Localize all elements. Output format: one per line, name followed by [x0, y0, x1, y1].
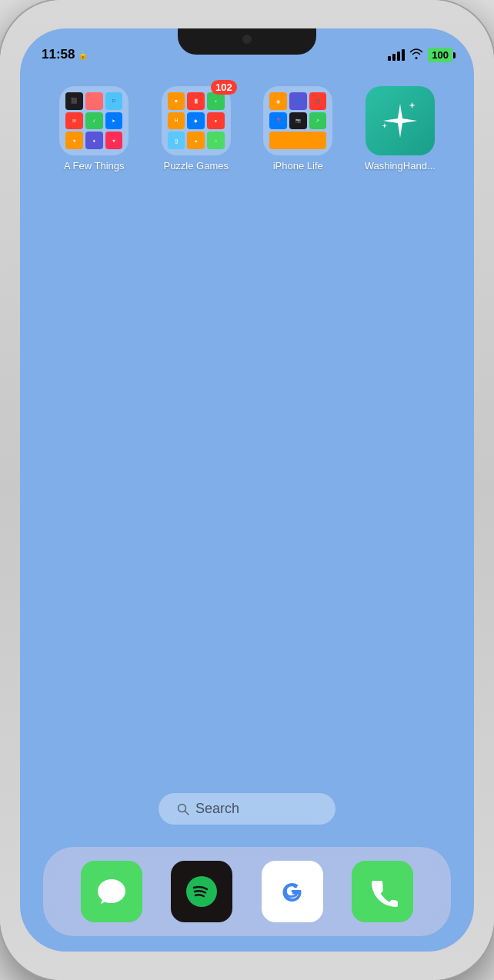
- dock-google[interactable]: G: [262, 861, 323, 922]
- mini-icon: 📍: [269, 112, 287, 130]
- mini-icon: g: [168, 132, 185, 149]
- app-row: ⬛ D ✉ ✓ ➤: [20, 71, 474, 172]
- mini-icon: D: [105, 92, 123, 110]
- mini-icon: ♥: [105, 132, 123, 149]
- folder-icon-puzzle-games[interactable]: ■ ▓ + H ◆: [162, 86, 231, 155]
- search-bar[interactable]: Search: [159, 793, 335, 825]
- folder-icon-iphone-life[interactable]: ◉ 👤 🎵 📍 📷: [263, 86, 332, 155]
- battery-indicator: 100: [428, 48, 452, 62]
- dock-phone[interactable]: [352, 861, 413, 922]
- mini-icon: ↗: [309, 112, 327, 130]
- mini-icon: [85, 92, 103, 110]
- mini-icon: 📷: [289, 112, 307, 130]
- svg-text:G: G: [283, 879, 299, 902]
- mini-icon: 🎵: [309, 92, 327, 110]
- messages-icon: [93, 873, 130, 910]
- search-label: Search: [195, 801, 239, 817]
- dock-messages[interactable]: [81, 861, 142, 922]
- spotify-icon: [183, 873, 220, 910]
- mini-icon: [269, 132, 326, 149]
- signal-bars: [388, 49, 405, 61]
- mini-icon: +: [207, 92, 225, 110]
- app-item-washing-hand[interactable]: WashingHand...: [355, 86, 444, 172]
- mini-icon: ■: [168, 92, 185, 110]
- mini-icon: ◉: [269, 92, 287, 110]
- badge-puzzle-games: 102: [211, 80, 237, 95]
- lock-icon: 🔒: [78, 50, 88, 60]
- mini-icon: 👤: [289, 92, 307, 110]
- google-icon: G: [275, 875, 309, 908]
- wifi-icon: [409, 48, 423, 62]
- status-time: 11:58 🔒: [42, 47, 88, 62]
- mini-icon: H: [168, 112, 185, 130]
- dock-spotify[interactable]: [171, 861, 232, 922]
- mini-icon: ✓: [85, 112, 103, 130]
- mini-icon: ➤: [105, 112, 123, 130]
- home-content: ⬛ D ✉ ✓ ➤: [20, 71, 474, 952]
- mini-icon: ✉: [65, 112, 83, 130]
- dock: G: [43, 847, 451, 936]
- app-label-washing-hand: WashingHand...: [365, 160, 436, 172]
- folder-icon-few-things[interactable]: ⬛ D ✉ ✓ ➤: [59, 86, 129, 155]
- mini-icon: ○: [207, 132, 225, 149]
- phone-screen: 11:58 🔒 100: [20, 28, 474, 952]
- time-display: 11:58: [42, 47, 75, 62]
- phone-icon: [365, 875, 399, 908]
- notch: [178, 28, 316, 55]
- app-item-puzzle-games[interactable]: ■ ▓ + H ◆: [152, 86, 240, 172]
- sparkle-icon: [377, 98, 423, 144]
- battery-level: 100: [432, 49, 449, 61]
- mini-icon: ★: [65, 132, 83, 149]
- app-label-iphone-life: iPhone Life: [273, 160, 323, 172]
- mini-icon: ▲: [187, 132, 205, 149]
- search-icon: [177, 803, 189, 815]
- svg-line-1: [185, 811, 189, 815]
- app-label-few-things: A Few Things: [64, 160, 125, 172]
- mini-icon: ●: [207, 112, 225, 130]
- mini-icon: ♦: [85, 132, 103, 149]
- app-label-puzzle-games: Puzzle Games: [163, 160, 229, 172]
- app-item-iphone-life[interactable]: ◉ 👤 🎵 📍 📷: [254, 86, 342, 172]
- app-icon-washing-hand[interactable]: [365, 86, 435, 155]
- app-item-few-things[interactable]: ⬛ D ✉ ✓ ➤: [50, 86, 139, 172]
- mini-icon: ⬛: [65, 92, 83, 110]
- mini-icon: ◆: [187, 112, 205, 130]
- status-icons: 100: [388, 48, 452, 62]
- phone-frame: 11:58 🔒 100: [0, 0, 494, 980]
- mini-icon: ▓: [187, 92, 205, 110]
